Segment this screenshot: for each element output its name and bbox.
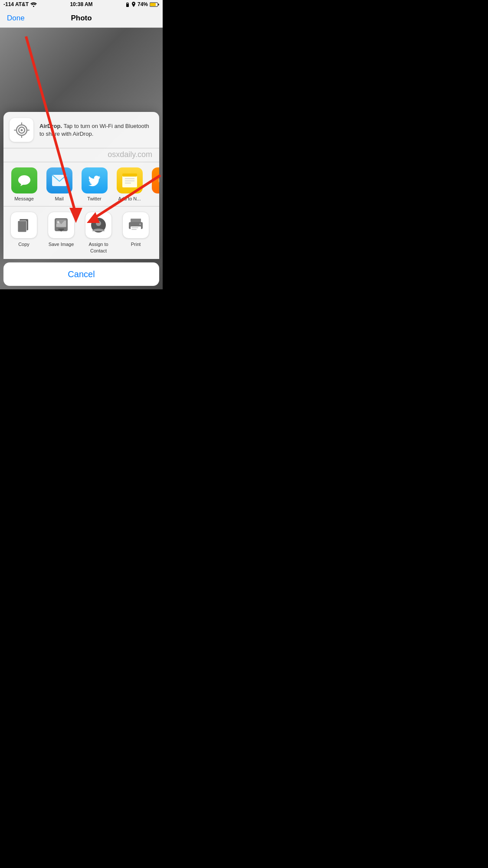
- cancel-button[interactable]: Cancel: [3, 262, 159, 286]
- status-bar-time: 10:38 AM: [70, 1, 92, 7]
- action-item-print[interactable]: Print: [118, 212, 154, 247]
- share-sheet: AirDrop. Tap to turn on Wi-Fi and Blueto…: [0, 112, 163, 289]
- twitter-bird-icon: [87, 173, 102, 188]
- cancel-row: Cancel: [3, 262, 159, 286]
- app-item-twitter[interactable]: Twitter: [78, 167, 111, 202]
- status-bar: -114 AT&T 10:38 AM 74%: [0, 0, 163, 9]
- nav-title: Photo: [71, 14, 92, 23]
- airdrop-row[interactable]: AirDrop. Tap to turn on Wi-Fi and Blueto…: [3, 112, 159, 148]
- status-bar-right: 74%: [125, 1, 159, 7]
- app-item-safari[interactable]: Sa...: [148, 167, 159, 202]
- svg-rect-25: [18, 221, 26, 232]
- copy-pages-icon: [17, 217, 31, 233]
- airdrop-description: AirDrop. Tap to turn on Wi-Fi and Blueto…: [39, 122, 153, 138]
- notes-page-icon: [121, 173, 138, 188]
- copy-label: Copy: [18, 241, 29, 247]
- location-icon: [131, 2, 136, 7]
- svg-rect-4: [150, 3, 156, 6]
- save-image-icon: [54, 217, 69, 233]
- svg-rect-34: [131, 219, 141, 222]
- airdrop-icon-wrap: [10, 118, 33, 142]
- mail-icon: [46, 167, 72, 193]
- battery-icon: [150, 2, 159, 7]
- action-row: Copy Save Image: [3, 206, 159, 259]
- mail-envelope-icon: [52, 174, 67, 187]
- save-image-label: Save Image: [49, 241, 74, 247]
- app-item-notes[interactable]: Add to N...: [113, 167, 146, 202]
- action-item-assign-contact[interactable]: Assign to Contact: [81, 212, 116, 254]
- carrier-label: -114 AT&T: [3, 1, 29, 7]
- watermark: osxdaily.com: [3, 148, 159, 162]
- app-item-message[interactable]: Message: [8, 167, 40, 202]
- status-bar-left: -114 AT&T: [3, 1, 37, 7]
- airdrop-bold: AirDrop.: [39, 123, 62, 129]
- svg-rect-38: [131, 229, 137, 230]
- svg-rect-37: [131, 227, 138, 228]
- nav-bar: Done Photo: [0, 9, 163, 28]
- wifi-icon: [30, 2, 37, 7]
- assign-contact-icon: [91, 217, 106, 233]
- svg-point-12: [18, 175, 30, 185]
- svg-point-11: [20, 129, 23, 131]
- action-item-copy[interactable]: Copy: [6, 212, 42, 247]
- notes-label: Add to N...: [118, 196, 141, 202]
- save-image-action-icon: [48, 212, 75, 239]
- airdrop-icon: [13, 122, 30, 138]
- print-action-icon: [122, 212, 149, 239]
- safari-icon: [152, 167, 160, 193]
- share-card: AirDrop. Tap to turn on Wi-Fi and Blueto…: [3, 112, 159, 259]
- safari-compass-icon: [157, 173, 160, 188]
- svg-point-29: [57, 221, 59, 223]
- message-bubble-icon: [17, 173, 32, 188]
- message-icon: [11, 167, 37, 193]
- notes-icon: [117, 167, 143, 193]
- action-item-save-image[interactable]: Save Image: [43, 212, 79, 247]
- svg-point-20: [159, 174, 160, 187]
- assign-contact-action-icon: [85, 212, 112, 239]
- svg-rect-3: [158, 3, 159, 5]
- svg-rect-19: [122, 174, 137, 177]
- app-item-mail[interactable]: Mail: [43, 167, 75, 202]
- assign-contact-label: Assign to Contact: [81, 241, 116, 254]
- lock-icon: [125, 2, 130, 7]
- done-button[interactable]: Done: [7, 14, 25, 23]
- twitter-label: Twitter: [87, 196, 101, 202]
- print-label: Print: [131, 241, 141, 247]
- svg-rect-15: [122, 175, 137, 187]
- battery-percent: 74%: [138, 1, 148, 7]
- svg-point-39: [139, 223, 141, 225]
- twitter-icon: [82, 167, 108, 193]
- svg-point-0: [33, 6, 34, 7]
- svg-rect-1: [126, 4, 129, 7]
- message-label: Message: [14, 196, 34, 202]
- svg-point-33: [96, 221, 101, 226]
- app-row: Message Mail Twitter: [3, 162, 159, 206]
- print-icon: [128, 218, 144, 233]
- copy-action-icon: [10, 212, 37, 239]
- mail-label: Mail: [55, 196, 63, 202]
